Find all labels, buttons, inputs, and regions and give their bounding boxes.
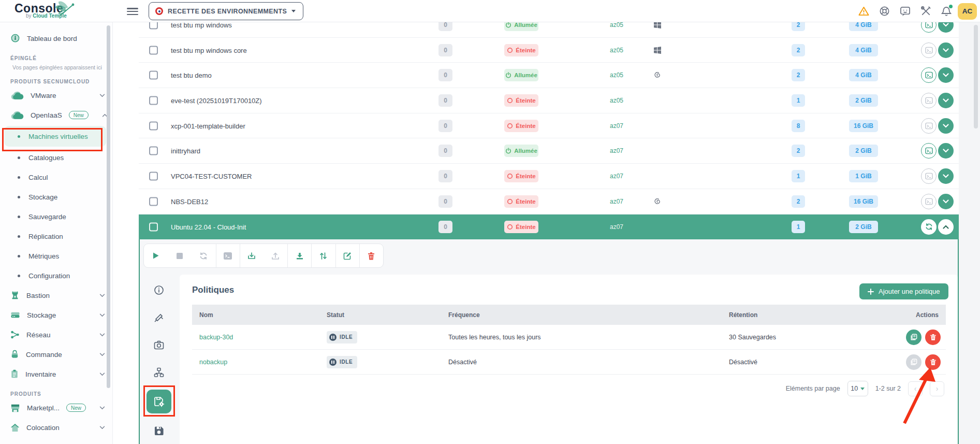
tools-button[interactable] bbox=[915, 0, 936, 22]
vm-action-toolbar bbox=[143, 244, 384, 268]
notifications-bell-button[interactable] bbox=[936, 0, 957, 22]
chevron-down-icon bbox=[860, 388, 865, 390]
chevron-down-icon bbox=[99, 373, 105, 376]
row-checkbox[interactable] bbox=[149, 197, 158, 206]
open-console-button[interactable] bbox=[921, 67, 937, 83]
help-lifebuoy-button[interactable] bbox=[874, 0, 895, 22]
next-page-button[interactable]: › bbox=[930, 381, 944, 396]
run-backup-button[interactable] bbox=[906, 330, 922, 345]
tab-backup-policies[interactable] bbox=[147, 390, 171, 413]
row-checkbox[interactable] bbox=[149, 46, 158, 54]
download-vm-button[interactable] bbox=[287, 244, 311, 267]
refresh-vm-button[interactable] bbox=[921, 219, 937, 235]
resize-vm-button[interactable] bbox=[311, 244, 335, 267]
vm-table-row[interactable]: NBS-DEB12 0 Éteinte az07 2 16 GiB bbox=[139, 189, 959, 214]
sidebar-subitem-sauvegarde[interactable]: Sauvegarde bbox=[0, 207, 112, 226]
open-console-button[interactable] bbox=[921, 194, 937, 209]
delete-policy-button[interactable] bbox=[925, 330, 941, 345]
vm-cpu-badge: 2 bbox=[792, 69, 805, 81]
sidebar-subitem-m-triques[interactable]: Métriques bbox=[0, 246, 112, 266]
console-vm-button[interactable] bbox=[216, 244, 240, 267]
bullet-icon bbox=[18, 135, 20, 138]
vm-table-row[interactable]: xcp-001-template-builder 0 Éteinte az07 … bbox=[139, 113, 959, 139]
row-checkbox[interactable] bbox=[149, 222, 158, 231]
row-checkbox[interactable] bbox=[149, 71, 158, 80]
chevron-down-icon bbox=[99, 313, 105, 317]
restart-vm-button[interactable] bbox=[192, 244, 215, 267]
feedback-chat-button[interactable] bbox=[895, 0, 915, 22]
sidebar-item-openiaas[interactable]: OpenIaaSNew bbox=[0, 105, 112, 125]
sidebar-item-inventaire[interactable]: Inventaire bbox=[0, 364, 112, 384]
sidebar-scrollbar-thumb[interactable] bbox=[107, 25, 110, 388]
sidebar-subitem-catalogues[interactable]: Catalogues bbox=[0, 148, 112, 167]
collapse-row-button[interactable] bbox=[938, 219, 954, 235]
tab-network-topology[interactable] bbox=[147, 362, 171, 383]
expand-row-button[interactable] bbox=[938, 118, 954, 134]
vm-ram-badge: 4 GiB bbox=[849, 69, 878, 81]
start-vm-button[interactable] bbox=[144, 244, 168, 267]
import-vm-button[interactable] bbox=[240, 244, 264, 267]
edit-vm-button[interactable] bbox=[335, 244, 359, 267]
expand-row-button[interactable] bbox=[938, 42, 954, 58]
tab-backup-jobs[interactable] bbox=[147, 420, 171, 441]
vm-table-row[interactable]: VPC04-TEST-CUSTOMER 0 Éteinte az07 1 1 G… bbox=[139, 164, 959, 189]
open-console-button[interactable] bbox=[921, 118, 937, 134]
expand-row-button[interactable] bbox=[938, 143, 954, 159]
policy-name-link[interactable]: nobackup bbox=[199, 359, 227, 366]
vm-cpu-badge: 1 bbox=[792, 94, 805, 107]
open-console-button[interactable] bbox=[921, 168, 937, 184]
sidebar-subitem-r-plication[interactable]: Réplication bbox=[0, 226, 112, 246]
sidebar-item-commande[interactable]: Commande bbox=[0, 345, 112, 364]
vm-status-badge: Éteinte bbox=[504, 170, 538, 182]
hamburger-menu-button[interactable] bbox=[127, 6, 138, 16]
sidebar-item-stockage[interactable]: Stockage bbox=[0, 305, 112, 325]
delete-policy-button[interactable] bbox=[925, 354, 941, 370]
open-console-button[interactable] bbox=[921, 143, 937, 159]
stop-vm-button[interactable] bbox=[168, 244, 192, 267]
policy-name-link[interactable]: backup-30d bbox=[199, 334, 233, 341]
alerts-warning-button[interactable] bbox=[853, 0, 874, 22]
expand-row-button[interactable] bbox=[938, 168, 954, 184]
expand-row-button[interactable] bbox=[938, 194, 954, 209]
run-backup-button[interactable] bbox=[906, 354, 922, 370]
sidebar-subitem-machines-virtuelles[interactable]: Machines virtuelles bbox=[4, 126, 106, 147]
add-policy-button[interactable]: Ajouter une politique bbox=[859, 283, 948, 299]
sidebar-subitem-configuration[interactable]: Configuration bbox=[0, 266, 112, 285]
row-checkbox[interactable] bbox=[149, 121, 158, 130]
tab-snapshots[interactable] bbox=[147, 335, 171, 355]
power-off-icon bbox=[507, 97, 513, 104]
sidebar-item-marketpl-[interactable]: Marketpl...New bbox=[0, 398, 112, 418]
row-checkbox[interactable] bbox=[149, 171, 158, 180]
sidebar-item-dashboard[interactable]: Tableau de bord bbox=[0, 28, 112, 48]
previous-page-button[interactable]: ‹ bbox=[908, 381, 923, 396]
sidebar-item-vmware[interactable]: VMware bbox=[0, 85, 112, 105]
row-checkbox[interactable] bbox=[149, 147, 158, 155]
export-vm-button[interactable] bbox=[264, 244, 287, 267]
open-console-button[interactable] bbox=[921, 93, 937, 108]
expand-row-button[interactable] bbox=[938, 67, 954, 83]
tab-tags[interactable] bbox=[147, 307, 171, 328]
vm-table-row[interactable]: Ubuntu 22.04 - Cloud-Init 0 Éteinte az07… bbox=[139, 214, 959, 240]
vm-table-row[interactable]: inittryhard 0 Allumée az07 2 2 GiB bbox=[139, 138, 959, 164]
page-scrollbar-thumb[interactable] bbox=[974, 25, 978, 128]
tab-info[interactable] bbox=[147, 280, 171, 300]
sidebar-subitem-stockage[interactable]: Stockage bbox=[0, 187, 112, 207]
environment-label: RECETTE DES ENVIRONNEMMENTS bbox=[168, 8, 287, 15]
vm-table-row[interactable]: test btu mp windows core 0 Éteinte az05 … bbox=[139, 38, 959, 63]
row-checkbox[interactable] bbox=[149, 96, 158, 105]
sidebar-item-r-seau[interactable]: Réseau bbox=[0, 325, 112, 345]
policy-status-badge: IDLE bbox=[327, 356, 357, 368]
sidebar-subitem-calcul[interactable]: Calcul bbox=[0, 167, 112, 187]
delete-vm-button[interactable] bbox=[359, 244, 383, 267]
per-page-select[interactable]: 10 bbox=[847, 381, 868, 396]
sidebar-item-colocation[interactable]: Colocation bbox=[0, 418, 112, 437]
vm-availability-zone: az05 bbox=[601, 47, 632, 54]
vm-table-row[interactable]: test btu demo 0 Allumée az05 2 4 GiB bbox=[139, 63, 959, 88]
sidebar-item-bastion[interactable]: Bastion bbox=[0, 285, 112, 305]
expand-row-button[interactable] bbox=[938, 93, 954, 108]
user-avatar[interactable]: AC bbox=[958, 3, 977, 20]
environment-selector[interactable]: RECETTE DES ENVIRONNEMMENTS bbox=[149, 2, 303, 20]
tower-icon bbox=[10, 291, 20, 300]
vm-table-row[interactable]: eve-test (20251019T170010Z) 0 Éteinte az… bbox=[139, 88, 959, 113]
open-console-button[interactable] bbox=[921, 42, 937, 58]
